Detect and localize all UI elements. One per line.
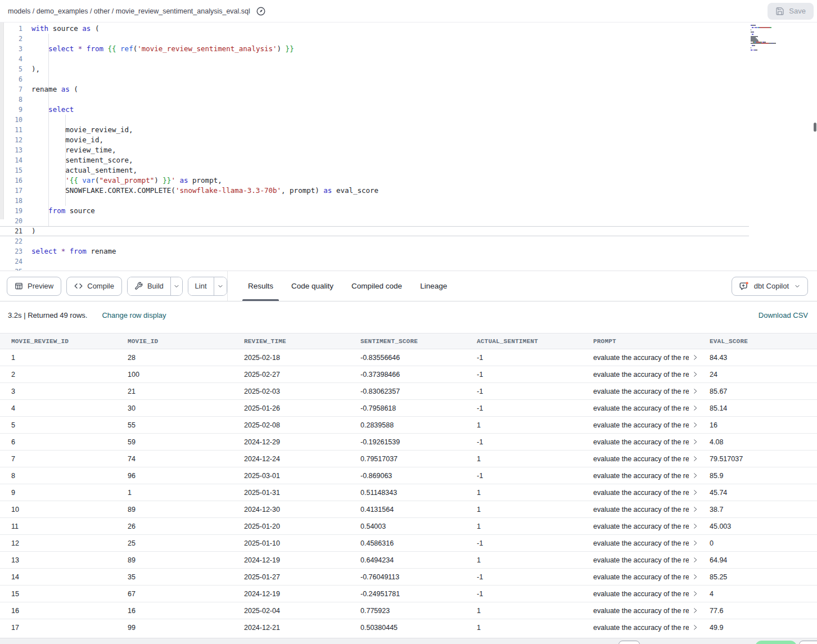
tab-compiled-code[interactable]: Compiled code (342, 271, 411, 301)
cell-movie_review_id: 17 (0, 619, 116, 636)
lint-dropdown-button[interactable] (214, 277, 227, 295)
cell-review_time: 2024-12-30 (233, 501, 349, 518)
table-row: 4302025-01-26-0.7958618-1evaluate the ac… (0, 400, 817, 417)
cell-movie_id: 16 (116, 602, 233, 619)
code-line-9[interactable]: 9 select (0, 105, 749, 115)
expand-prompt-icon[interactable] (692, 607, 698, 614)
expand-prompt-icon[interactable] (692, 371, 698, 377)
results-table-region: MOVIE_REVIEW_IDMOVIE_IDREVIEW_TIMESENTIM… (0, 333, 817, 636)
expand-prompt-icon[interactable] (692, 557, 698, 563)
editor-scrollbar-thumb[interactable] (814, 123, 816, 132)
code-line-6[interactable]: 6 (0, 74, 749, 84)
expand-prompt-icon[interactable] (692, 354, 698, 361)
download-csv-link[interactable]: Download CSV (759, 311, 808, 319)
code-line-24[interactable]: 24 (0, 256, 749, 267)
cell-movie_review_id: 14 (0, 569, 116, 586)
code-line-1[interactable]: 1with source as ( (0, 24, 749, 34)
build-button[interactable]: Build (128, 277, 170, 295)
results-tabs: ResultsCode qualityCompiled codeLineage (227, 271, 732, 301)
expand-prompt-icon[interactable] (692, 540, 698, 546)
expand-prompt-icon[interactable] (692, 456, 698, 462)
expand-prompt-icon[interactable] (692, 574, 698, 580)
build-button-group: Build (127, 277, 183, 296)
table-row: 6592024-12-29-0.19261539-1evaluate the a… (0, 434, 817, 451)
code-line-11[interactable]: 11 movie_review_id, (0, 125, 749, 135)
expand-prompt-icon[interactable] (692, 523, 698, 529)
cell-actual_sentiment: 1 (466, 552, 582, 569)
code-line-7[interactable]: 7rename as ( (0, 84, 749, 94)
cell-movie_id: 1 (116, 484, 233, 501)
code-line-16[interactable]: 16 '{{ var("eval_prompt") }}' as prompt, (0, 175, 749, 186)
cell-sentiment_score: -0.83556646 (349, 349, 466, 366)
bottom-outline-button[interactable] (799, 641, 817, 644)
code-line-5[interactable]: 5), (0, 64, 749, 74)
expand-prompt-icon[interactable] (692, 506, 698, 512)
editor-lines[interactable]: 1with source as (23 select * from {{ ref… (0, 24, 749, 271)
expand-prompt-icon[interactable] (692, 405, 698, 411)
tab-code-quality[interactable]: Code quality (282, 271, 342, 301)
cell-prompt: evaluate the accuracy of the res… (582, 586, 698, 602)
code-line-20[interactable]: 20 (0, 216, 749, 226)
table-row: 7742024-12-240.795170371evaluate the acc… (0, 451, 817, 467)
line-number: 25 (0, 267, 22, 271)
code-line-18[interactable]: 18 (0, 196, 749, 206)
expand-prompt-icon[interactable] (692, 439, 698, 445)
cell-eval_score: 16 (698, 417, 817, 434)
line-number: 10 (0, 115, 22, 125)
build-dropdown-button[interactable] (170, 277, 182, 295)
preview-button[interactable]: Preview (7, 277, 61, 296)
bottom-band (0, 638, 817, 644)
cell-movie_review_id: 2 (0, 366, 116, 383)
code-line-12[interactable]: 12 movie_id, (0, 135, 749, 145)
code-line-15[interactable]: 15 actual_sentiment, (0, 165, 749, 175)
cell-movie_id: 25 (116, 535, 233, 552)
prompt-preview-text: evaluate the accuracy of the res… (593, 472, 689, 480)
lint-button[interactable]: Lint (188, 277, 214, 295)
compass-icon[interactable] (256, 6, 266, 16)
line-number: 23 (0, 246, 22, 256)
cell-prompt: evaluate the accuracy of the res… (582, 417, 698, 434)
expand-prompt-icon[interactable] (692, 388, 698, 394)
dbt-copilot-button[interactable]: dbt Copilot (732, 277, 808, 296)
code-line-17[interactable]: 17 SNOWFLAKE.CORTEX.COMPLETE('snowflake-… (0, 186, 749, 196)
code-line-13[interactable]: 13 review_time, (0, 145, 749, 155)
tab-results[interactable]: Results (239, 271, 282, 301)
code-line-21[interactable]: 21) (0, 226, 749, 236)
cell-sentiment_score: 0.51148343 (349, 484, 466, 501)
bottom-green-button[interactable] (755, 641, 797, 644)
cell-movie_review_id: 9 (0, 484, 116, 501)
change-row-display-link[interactable]: Change row display (102, 311, 166, 319)
code-line-22[interactable]: 22 (0, 236, 749, 246)
cell-prompt: evaluate the accuracy of the res… (582, 484, 698, 501)
expand-prompt-icon[interactable] (692, 591, 698, 597)
code-line-8[interactable]: 8 (0, 94, 749, 105)
line-number: 2 (0, 34, 22, 44)
save-button[interactable]: Save (768, 3, 814, 20)
compile-button[interactable]: Compile (66, 277, 122, 296)
prompt-preview-text: evaluate the accuracy of the res… (593, 421, 689, 429)
tab-lineage[interactable]: Lineage (411, 271, 456, 301)
code-line-25[interactable]: 25 (0, 267, 749, 271)
expand-prompt-icon[interactable] (692, 489, 698, 496)
cell-movie_review_id: 15 (0, 586, 116, 602)
cell-movie_id: 28 (116, 349, 233, 366)
cell-eval_score: 49.9 (698, 619, 817, 636)
code-line-23[interactable]: 23select * from rename (0, 246, 749, 256)
expand-prompt-icon[interactable] (692, 422, 698, 428)
code-line-4[interactable]: 4 (0, 54, 749, 64)
code-line-3[interactable]: 3 select * from {{ ref('movie_review_sen… (0, 44, 749, 54)
code-line-14[interactable]: 14 sentiment_score, (0, 155, 749, 165)
editor-minimap[interactable] (751, 25, 810, 53)
cell-sentiment_score: 0.775923 (349, 602, 466, 619)
expand-prompt-icon[interactable] (692, 472, 698, 479)
code-line-2[interactable]: 2 (0, 34, 749, 44)
code-editor[interactable]: 1with source as (23 select * from {{ ref… (0, 22, 817, 271)
cell-review_time: 2025-02-04 (233, 602, 349, 619)
expand-prompt-icon[interactable] (692, 624, 698, 631)
line-number: 20 (0, 216, 22, 226)
code-line-10[interactable]: 10 (0, 115, 749, 125)
cell-sentiment_score: -0.37398466 (349, 366, 466, 383)
bottom-partial-button[interactable] (619, 641, 640, 644)
line-number: 12 (0, 135, 22, 145)
code-line-19[interactable]: 19 from source (0, 206, 749, 216)
